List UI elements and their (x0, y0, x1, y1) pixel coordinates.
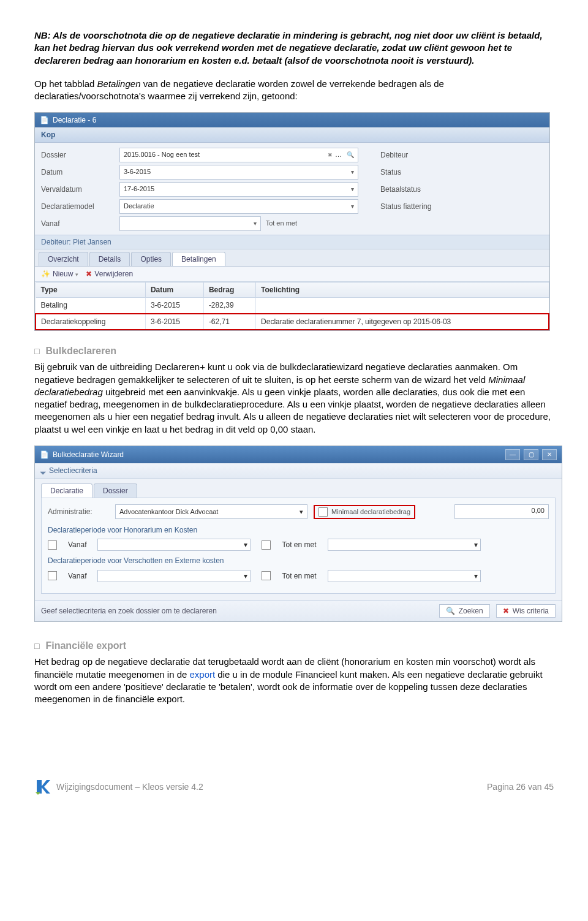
chevron-down-icon[interactable] (75, 269, 78, 279)
tab-betalingen[interactable]: Betalingen (172, 252, 225, 266)
vanaf-label: Vanaf (68, 571, 86, 581)
vanaf-field[interactable] (119, 216, 261, 231)
cell-bedrag: -282,39 (203, 298, 255, 314)
wis-criteria-button[interactable]: Wis criteria (496, 604, 556, 618)
minimaal-value-field[interactable]: 0,00 (454, 504, 549, 519)
label-totenmet: Tot en met (266, 219, 297, 228)
tot2-date[interactable]: ▾ (328, 570, 481, 582)
vervaldatum-value: 17-6-2015 (124, 184, 154, 194)
chevron-down-icon[interactable] (254, 219, 257, 228)
search-icon (446, 606, 455, 616)
chevron-down-icon[interactable]: ▾ (244, 540, 247, 550)
footer-left: Wijzigingsdocument – Kleos versie 4.2 (56, 781, 203, 793)
vanaf2-date[interactable]: ▾ (97, 570, 251, 582)
cell-datum: 3-6-2015 (145, 314, 203, 330)
browse-icon[interactable]: … (335, 150, 342, 159)
vanaf-label: Vanaf (68, 540, 86, 550)
label-dossier: Dossier (41, 150, 115, 160)
tab-declaratie[interactable]: Declaratie (41, 483, 92, 498)
zoeken-button[interactable]: Zoeken (439, 604, 490, 618)
maximize-button[interactable]: ▢ (524, 449, 538, 460)
form-grid: Dossier 2015.0016 - Nog een test … Debit… (35, 143, 549, 235)
label-betaalstatus: Betaalstatus (380, 184, 460, 194)
text: uitgebreid met een aanvinkvakje. Als u g… (34, 387, 551, 434)
debiteur-bar[interactable]: Debiteur: Piet Jansen (35, 235, 549, 249)
tot2-checkbox[interactable] (262, 571, 271, 580)
table-row[interactable]: Betaling 3-6-2015 -282,39 (36, 298, 549, 314)
chevron-down-icon[interactable] (351, 202, 354, 211)
minimaal-label: Minimaal declaratiebedrag (331, 507, 410, 517)
document-icon (40, 115, 49, 125)
col-type[interactable]: Type (36, 282, 145, 298)
chevron-down-icon[interactable]: ▾ (474, 571, 478, 581)
tot1-checkbox[interactable] (262, 540, 271, 550)
intro-paragraph: Op het tabblad Betalingen van de negatie… (34, 78, 554, 103)
verwijderen-button[interactable]: ✖ Verwijderen (86, 269, 133, 279)
tabs: Overzicht Details Opties Betalingen (35, 249, 549, 267)
footer-right: Pagina 26 van 45 (487, 781, 554, 793)
cell-type: Declaratiekoppeling (36, 314, 145, 330)
minimaal-checkbox[interactable] (318, 507, 328, 517)
page-footer: Wijzigingsdocument – Kleos versie 4.2 Pa… (34, 773, 554, 795)
administratie-value: Advocatenkantoor Dick Advocaat (119, 507, 218, 517)
declaratiemodel-value: Declaratie (124, 202, 154, 211)
vanaf1-checkbox[interactable] (48, 540, 57, 550)
tot1-date[interactable]: ▾ (328, 539, 481, 551)
cell-toelichting (256, 298, 549, 314)
label-debiteur: Debiteur (380, 150, 460, 160)
vervaldatum-field[interactable]: 17-6-2015 (119, 182, 358, 197)
export-link[interactable]: export (190, 669, 216, 680)
dossier-value: 2015.0016 - Nog een test (124, 150, 200, 159)
chevron-down-icon[interactable] (351, 167, 354, 176)
chevron-down-icon[interactable]: ▾ (474, 540, 478, 550)
text-italic: Betalingen (97, 78, 141, 89)
tab-dossier[interactable]: Dossier (94, 483, 137, 498)
clear-icon (503, 606, 509, 616)
col-bedrag[interactable]: Bedrag (203, 282, 255, 298)
chevron-down-icon[interactable] (351, 184, 354, 194)
cell-toelichting: Declaratie declaratienummer 7, uitgegeve… (256, 314, 549, 330)
close-button[interactable]: ✕ (542, 449, 557, 460)
minimize-button[interactable]: — (505, 449, 520, 460)
label-administratie: Administratie: (48, 507, 109, 517)
label-statusfiattering: Status fiattering (380, 202, 460, 211)
datum-field[interactable]: 3-6-2015 (119, 165, 358, 180)
text: Bij gebruik van de uitbreiding Declarere… (34, 362, 518, 384)
totenmet-label: Tot en met (282, 571, 316, 581)
kleos-logo-icon (34, 779, 50, 795)
bulk-paragraph: Bij gebruik van de uitbreiding Declarere… (34, 361, 554, 436)
toolbar: ✨ Nieuw ✖ Verwijderen (35, 267, 549, 282)
datum-value: 3-6-2015 (124, 167, 151, 176)
window-title: Declaratie - 6 (53, 115, 96, 125)
zoeken-label: Zoeken (459, 606, 483, 616)
declaratiemodel-field[interactable]: Declaratie (119, 199, 358, 214)
label-vanaf: Vanaf (41, 219, 115, 229)
tab-details[interactable]: Details (89, 252, 130, 266)
section-bulkdeclareren: Bulkdeclareren (34, 344, 554, 358)
vanaf1-date[interactable]: ▾ (97, 539, 251, 551)
selectiecriteria-header[interactable]: Selectiecriteria (35, 463, 562, 479)
col-toelichting[interactable]: Toelichting (256, 282, 549, 298)
clear-icon[interactable] (325, 150, 333, 159)
verwijderen-label: Verwijderen (94, 269, 133, 279)
col-datum[interactable]: Datum (145, 282, 203, 298)
dossier-field[interactable]: 2015.0016 - Nog een test … (119, 148, 358, 162)
status-bar: Geef selectiecriteria en zoek dossier om… (35, 600, 562, 621)
financiele-export-paragraph: Het bedrag op de negatieve declaratie da… (34, 656, 554, 705)
text: Op het tabblad (34, 78, 97, 89)
status-text: Geef selectiecriteria en zoek dossier om… (41, 606, 217, 616)
nieuw-button[interactable]: ✨ Nieuw (41, 269, 78, 279)
table-row-highlighted[interactable]: Declaratiekoppeling 3-6-2015 -62,71 Decl… (36, 314, 549, 330)
totenmet-label: Tot en met (282, 540, 316, 550)
administratie-select[interactable]: Advocatenkantoor Dick Advocaat ▾ (115, 504, 307, 519)
vanaf2-checkbox[interactable] (48, 571, 57, 580)
bulkdeclaratie-window: 📄 Bulkdeclaratie Wizard — ▢ ✕ Selectiecr… (34, 445, 562, 622)
search-icon[interactable] (344, 150, 354, 159)
window-titlebar: Declaratie - 6 (35, 113, 549, 127)
tab-overzicht[interactable]: Overzicht (39, 252, 88, 266)
period1-label: Declaratieperiode voor Honorarium en Kos… (48, 525, 549, 535)
chevron-down-icon[interactable]: ▾ (244, 571, 247, 581)
tab-opties[interactable]: Opties (131, 252, 171, 266)
chevron-down-icon[interactable]: ▾ (300, 507, 303, 517)
cell-bedrag: -62,71 (203, 314, 255, 330)
